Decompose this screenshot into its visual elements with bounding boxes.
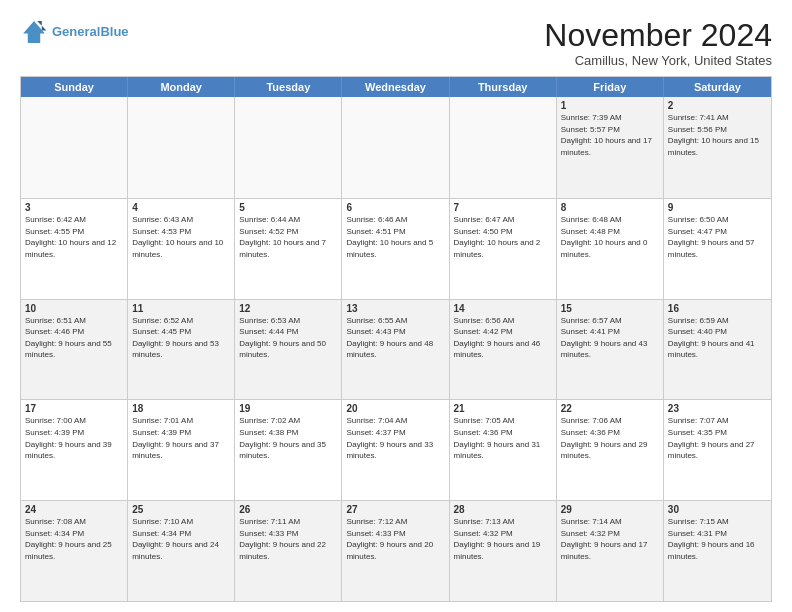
logo-icon	[20, 18, 48, 46]
day-cell-10: 10Sunrise: 6:51 AMSunset: 4:46 PMDayligh…	[21, 300, 128, 400]
day-info: Sunrise: 6:56 AMSunset: 4:42 PMDaylight:…	[454, 315, 552, 361]
day-info: Sunrise: 7:04 AMSunset: 4:37 PMDaylight:…	[346, 415, 444, 461]
day-cell-11: 11Sunrise: 6:52 AMSunset: 4:45 PMDayligh…	[128, 300, 235, 400]
day-info: Sunrise: 6:43 AMSunset: 4:53 PMDaylight:…	[132, 214, 230, 260]
header-day-wednesday: Wednesday	[342, 77, 449, 97]
day-number: 19	[239, 403, 337, 414]
day-number: 20	[346, 403, 444, 414]
day-number: 4	[132, 202, 230, 213]
day-cell-19: 19Sunrise: 7:02 AMSunset: 4:38 PMDayligh…	[235, 400, 342, 500]
day-number: 9	[668, 202, 767, 213]
empty-cell	[450, 97, 557, 198]
day-number: 13	[346, 303, 444, 314]
day-cell-14: 14Sunrise: 6:56 AMSunset: 4:42 PMDayligh…	[450, 300, 557, 400]
day-number: 17	[25, 403, 123, 414]
calendar-header: SundayMondayTuesdayWednesdayThursdayFrid…	[21, 77, 771, 97]
day-cell-4: 4Sunrise: 6:43 AMSunset: 4:53 PMDaylight…	[128, 199, 235, 299]
day-info: Sunrise: 7:10 AMSunset: 4:34 PMDaylight:…	[132, 516, 230, 562]
day-cell-9: 9Sunrise: 6:50 AMSunset: 4:47 PMDaylight…	[664, 199, 771, 299]
day-cell-12: 12Sunrise: 6:53 AMSunset: 4:44 PMDayligh…	[235, 300, 342, 400]
day-info: Sunrise: 6:59 AMSunset: 4:40 PMDaylight:…	[668, 315, 767, 361]
calendar-body: 1Sunrise: 7:39 AMSunset: 5:57 PMDaylight…	[21, 97, 771, 601]
location: Camillus, New York, United States	[544, 53, 772, 68]
day-number: 7	[454, 202, 552, 213]
day-info: Sunrise: 7:15 AMSunset: 4:31 PMDaylight:…	[668, 516, 767, 562]
day-info: Sunrise: 6:44 AMSunset: 4:52 PMDaylight:…	[239, 214, 337, 260]
day-info: Sunrise: 7:05 AMSunset: 4:36 PMDaylight:…	[454, 415, 552, 461]
calendar: SundayMondayTuesdayWednesdayThursdayFrid…	[20, 76, 772, 602]
calendar-row-3: 17Sunrise: 7:00 AMSunset: 4:39 PMDayligh…	[21, 399, 771, 500]
day-cell-18: 18Sunrise: 7:01 AMSunset: 4:39 PMDayligh…	[128, 400, 235, 500]
header-day-monday: Monday	[128, 77, 235, 97]
day-info: Sunrise: 7:00 AMSunset: 4:39 PMDaylight:…	[25, 415, 123, 461]
day-info: Sunrise: 7:11 AMSunset: 4:33 PMDaylight:…	[239, 516, 337, 562]
day-number: 15	[561, 303, 659, 314]
day-number: 8	[561, 202, 659, 213]
day-number: 21	[454, 403, 552, 414]
day-number: 23	[668, 403, 767, 414]
day-cell-16: 16Sunrise: 6:59 AMSunset: 4:40 PMDayligh…	[664, 300, 771, 400]
day-number: 5	[239, 202, 337, 213]
header-day-saturday: Saturday	[664, 77, 771, 97]
day-info: Sunrise: 6:42 AMSunset: 4:55 PMDaylight:…	[25, 214, 123, 260]
day-number: 24	[25, 504, 123, 515]
header-day-thursday: Thursday	[450, 77, 557, 97]
day-cell-25: 25Sunrise: 7:10 AMSunset: 4:34 PMDayligh…	[128, 501, 235, 601]
day-cell-15: 15Sunrise: 6:57 AMSunset: 4:41 PMDayligh…	[557, 300, 664, 400]
day-info: Sunrise: 7:13 AMSunset: 4:32 PMDaylight:…	[454, 516, 552, 562]
header-day-tuesday: Tuesday	[235, 77, 342, 97]
day-cell-24: 24Sunrise: 7:08 AMSunset: 4:34 PMDayligh…	[21, 501, 128, 601]
day-info: Sunrise: 6:52 AMSunset: 4:45 PMDaylight:…	[132, 315, 230, 361]
calendar-row-0: 1Sunrise: 7:39 AMSunset: 5:57 PMDaylight…	[21, 97, 771, 198]
day-info: Sunrise: 6:57 AMSunset: 4:41 PMDaylight:…	[561, 315, 659, 361]
day-info: Sunrise: 7:41 AMSunset: 5:56 PMDaylight:…	[668, 112, 767, 158]
day-number: 18	[132, 403, 230, 414]
header-day-sunday: Sunday	[21, 77, 128, 97]
day-info: Sunrise: 6:55 AMSunset: 4:43 PMDaylight:…	[346, 315, 444, 361]
day-info: Sunrise: 6:50 AMSunset: 4:47 PMDaylight:…	[668, 214, 767, 260]
day-cell-20: 20Sunrise: 7:04 AMSunset: 4:37 PMDayligh…	[342, 400, 449, 500]
day-cell-21: 21Sunrise: 7:05 AMSunset: 4:36 PMDayligh…	[450, 400, 557, 500]
day-number: 28	[454, 504, 552, 515]
day-number: 29	[561, 504, 659, 515]
day-number: 2	[668, 100, 767, 111]
page: GeneralBlue November 2024 Camillus, New …	[0, 0, 792, 612]
day-number: 27	[346, 504, 444, 515]
day-number: 6	[346, 202, 444, 213]
day-cell-2: 2Sunrise: 7:41 AMSunset: 5:56 PMDaylight…	[664, 97, 771, 198]
day-number: 30	[668, 504, 767, 515]
day-info: Sunrise: 7:14 AMSunset: 4:32 PMDaylight:…	[561, 516, 659, 562]
day-number: 22	[561, 403, 659, 414]
empty-cell	[128, 97, 235, 198]
day-number: 3	[25, 202, 123, 213]
day-cell-23: 23Sunrise: 7:07 AMSunset: 4:35 PMDayligh…	[664, 400, 771, 500]
day-number: 26	[239, 504, 337, 515]
day-cell-30: 30Sunrise: 7:15 AMSunset: 4:31 PMDayligh…	[664, 501, 771, 601]
day-cell-27: 27Sunrise: 7:12 AMSunset: 4:33 PMDayligh…	[342, 501, 449, 601]
day-cell-3: 3Sunrise: 6:42 AMSunset: 4:55 PMDaylight…	[21, 199, 128, 299]
calendar-row-2: 10Sunrise: 6:51 AMSunset: 4:46 PMDayligh…	[21, 299, 771, 400]
day-cell-1: 1Sunrise: 7:39 AMSunset: 5:57 PMDaylight…	[557, 97, 664, 198]
day-cell-6: 6Sunrise: 6:46 AMSunset: 4:51 PMDaylight…	[342, 199, 449, 299]
day-info: Sunrise: 6:51 AMSunset: 4:46 PMDaylight:…	[25, 315, 123, 361]
day-number: 14	[454, 303, 552, 314]
empty-cell	[342, 97, 449, 198]
header: GeneralBlue November 2024 Camillus, New …	[20, 18, 772, 68]
day-info: Sunrise: 7:12 AMSunset: 4:33 PMDaylight:…	[346, 516, 444, 562]
empty-cell	[235, 97, 342, 198]
day-number: 10	[25, 303, 123, 314]
day-info: Sunrise: 7:02 AMSunset: 4:38 PMDaylight:…	[239, 415, 337, 461]
logo: GeneralBlue	[20, 18, 129, 46]
day-info: Sunrise: 7:39 AMSunset: 5:57 PMDaylight:…	[561, 112, 659, 158]
title-block: November 2024 Camillus, New York, United…	[544, 18, 772, 68]
header-day-friday: Friday	[557, 77, 664, 97]
day-cell-29: 29Sunrise: 7:14 AMSunset: 4:32 PMDayligh…	[557, 501, 664, 601]
day-number: 16	[668, 303, 767, 314]
day-cell-7: 7Sunrise: 6:47 AMSunset: 4:50 PMDaylight…	[450, 199, 557, 299]
logo-text: GeneralBlue	[52, 24, 129, 40]
day-cell-13: 13Sunrise: 6:55 AMSunset: 4:43 PMDayligh…	[342, 300, 449, 400]
day-number: 12	[239, 303, 337, 314]
day-cell-5: 5Sunrise: 6:44 AMSunset: 4:52 PMDaylight…	[235, 199, 342, 299]
day-cell-22: 22Sunrise: 7:06 AMSunset: 4:36 PMDayligh…	[557, 400, 664, 500]
day-cell-28: 28Sunrise: 7:13 AMSunset: 4:32 PMDayligh…	[450, 501, 557, 601]
